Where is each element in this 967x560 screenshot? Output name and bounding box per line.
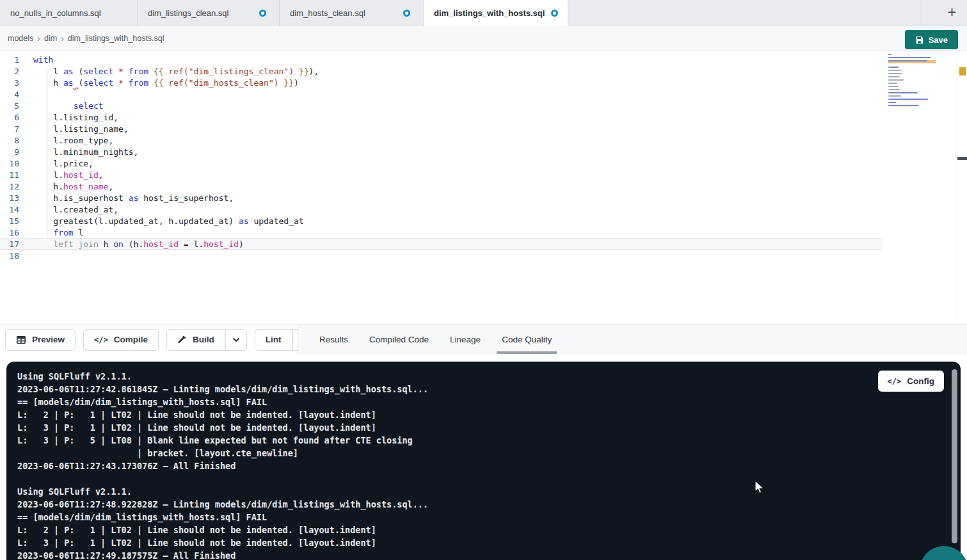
terminal-line: Using SQLFluff v2.1.1. [17,485,961,498]
code-text: l.host_id, [33,170,104,181]
line-number: 7 [0,124,19,135]
unsaved-changes-dot-icon [403,10,410,17]
save-floppy-icon [915,36,923,44]
terminal-output: Using SQLFluff v2.1.1.2023-06-06T11:27:4… [17,370,961,560]
terminal-line: L: 3 | P: 1 | LT02 | Line should not be … [17,421,961,434]
new-tab-button[interactable]: + [943,4,961,22]
compile-button[interactable]: </> Compile [83,329,159,351]
file-tab-label: dim_listings_clean.sql [148,8,228,18]
code-text: l.created_at, [33,204,118,216]
line-number: 13 [0,193,19,204]
overview-ruler [957,51,957,324]
breadcrumb-bar: models › dim › dim_listings_with_hosts.s… [0,26,967,51]
code-icon: </> [888,377,902,386]
code-line[interactable]: 7 l.listing_name, [0,124,967,135]
result-tabs: ResultsCompiled CodeLineageCode Quality [298,324,967,355]
line-number: 16 [0,227,19,239]
breadcrumb-file[interactable]: dim_listings_with_hosts.sql [68,34,164,43]
code-line[interactable]: 4 [0,89,967,100]
code-line[interactable]: 8 l.room_type, [0,135,967,147]
code-text: from l [33,227,83,239]
code-line[interactable]: 14 l.created_at, [0,204,967,216]
preview-button[interactable]: Preview [5,329,76,351]
code-line[interactable]: 9 l.minimum_nights, [0,147,967,158]
editor-toolbar: Preview </> Compile Build Lint [0,324,967,355]
code-text: h.is_superhost as host_is_superhost, [33,193,234,204]
code-line[interactable]: 6 l.listing_id, [0,112,967,124]
config-button[interactable]: </> Config [878,371,944,392]
code-line[interactable]: 18 [0,250,967,262]
code-text: h.host_name, [33,181,113,193]
table-grid-icon [16,335,26,345]
build-button[interactable]: Build [166,329,225,351]
result-tab-lineage[interactable]: Lineage [450,335,481,344]
editor-minimap[interactable] [888,54,936,125]
file-tab-label: dim_hosts_clean.sql [290,8,365,18]
code-text: greatest(l.updated_at, h.updated_at) as … [33,216,304,227]
file-tab[interactable]: no_nulls_in_columns.sql [0,0,138,26]
action-buttons: Preview </> Compile Build Lint [0,329,314,351]
code-line[interactable]: 11 l.host_id, [0,170,967,181]
breadcrumb-models[interactable]: models [8,34,33,43]
result-tab-results[interactable]: Results [319,335,348,344]
terminal-line: 2023-06-06T11:27:42.861845Z – Linting mo… [17,383,961,396]
terminal-line: 2023-06-06T11:27:48.922828Z – Linting mo… [17,498,961,511]
build-split-button: Build [166,329,247,351]
code-line[interactable]: 3 h as (select * from {{ ref("dim_hosts_… [0,77,967,89]
code-text: l.price, [33,158,93,170]
code-text: l.minimum_nights, [33,147,138,158]
unsaved-changes-dot-icon [259,10,266,17]
result-tab-code-quality[interactable]: Code Quality [502,335,552,344]
terminal-line: == [models/dim/dim_listings_with_hosts.s… [17,511,961,524]
code-line[interactable]: 10 l.price, [0,158,967,170]
save-button-label: Save [929,35,948,45]
terminal-line: L: 3 | P: 5 | LT08 | Blank line expected… [17,434,961,447]
terminal-line: L: 3 | P: 1 | LT02 | Line should not be … [17,536,961,549]
chevron-right-icon: › [61,33,64,44]
line-number: 17 [0,239,19,250]
terminal-line: 2023-06-06T11:27:43.173076Z – All Finish… [17,460,961,472]
file-tab[interactable]: dim_listings_clean.sql [138,0,280,26]
line-number: 1 [0,54,19,66]
code-text: l.room_type, [33,135,113,147]
code-line[interactable]: 1with [0,54,967,66]
code-text: l.listing_id, [33,112,118,124]
line-number: 18 [0,250,19,262]
line-number: 6 [0,112,19,124]
file-tab-bar: no_nulls_in_columns.sqldim_listings_clea… [0,0,967,26]
code-text: left join h on (h.host_id = l.host_id) [33,239,244,250]
result-tab-compiled-code[interactable]: Compiled Code [369,335,429,344]
code-icon: </> [94,335,108,344]
code-line[interactable]: 5 select [0,100,967,112]
terminal-panel[interactable]: Using SQLFluff v2.1.1.2023-06-06T11:27:4… [6,362,961,560]
terminal-line: == [models/dim/dim_listings_with_hosts.s… [17,396,961,408]
line-number: 9 [0,147,19,158]
file-tab[interactable]: dim_hosts_clean.sql [280,0,424,26]
line-number: 11 [0,170,19,181]
code-line[interactable]: 15 greatest(l.updated_at, h.updated_at) … [0,216,967,227]
lint-button[interactable]: Lint [255,329,292,351]
compile-button-label: Compile [114,335,148,344]
chevron-down-icon [232,336,240,344]
line-number: 8 [0,135,19,147]
terminal-scrollbar[interactable] [952,369,957,543]
build-dropdown-button[interactable] [225,329,247,351]
lint-button-label: Lint [266,335,282,344]
save-button[interactable]: Save [905,30,958,49]
code-editor[interactable]: 1with2 l as (select * from {{ ref("dim_l… [0,51,967,324]
file-tab[interactable]: dim_listings_with_hosts.sql [424,0,568,26]
breadcrumb-dim[interactable]: dim [44,34,57,43]
code-line[interactable]: 17 left join h on (h.host_id = l.host_id… [0,239,967,250]
line-number: 3 [0,77,19,89]
preview-button-label: Preview [32,335,65,344]
code-line[interactable]: 16 from l [0,227,967,239]
code-lines: 1with2 l as (select * from {{ ref("dim_l… [0,51,967,262]
tab-bar-spacer [568,0,967,26]
terminal-line: L: 2 | P: 1 | LT02 | Line should not be … [17,408,961,421]
code-line[interactable]: 2 l as (select * from {{ ref("dim_listin… [0,66,967,77]
code-text: l.listing_name, [33,124,129,135]
terminal-line: Using SQLFluff v2.1.1. [17,370,961,383]
terminal-line [17,472,961,485]
code-line[interactable]: 12 h.host_name, [0,181,967,193]
code-line[interactable]: 13 h.is_superhost as host_is_superhost, [0,193,967,204]
